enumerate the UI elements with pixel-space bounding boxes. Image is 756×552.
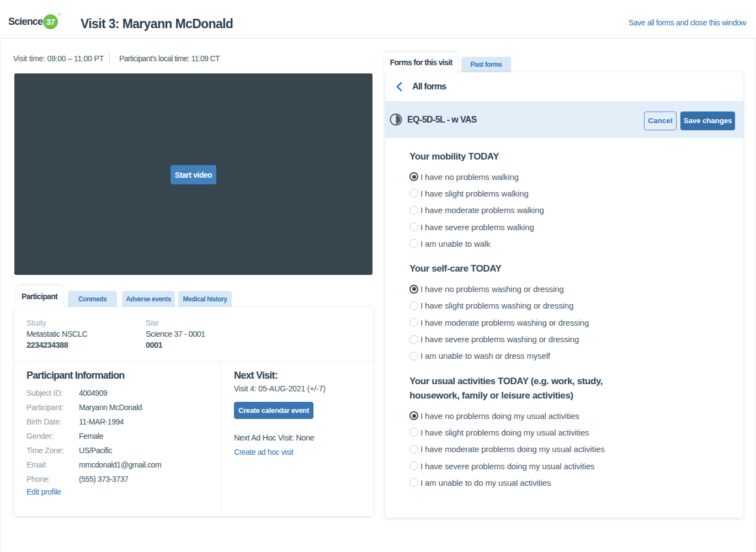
form-title: EQ-5D-5L - w VAS bbox=[407, 115, 477, 125]
radio-option-label: I am unable to walk bbox=[420, 239, 490, 248]
radio-option[interactable]: I have no problems washing or dressing bbox=[409, 280, 719, 297]
radio-option[interactable]: I have slight problems washing or dressi… bbox=[409, 298, 719, 314]
visit-time-divider bbox=[109, 54, 110, 63]
participant-tab[interactable]: Conmeds bbox=[68, 291, 117, 307]
next-ad-hoc-visit-text: Next Ad Hoc Visit: None bbox=[234, 433, 314, 443]
study-name: Metastatic NSCLC bbox=[26, 328, 87, 339]
forms-tab[interactable]: Forms for this visit bbox=[384, 52, 458, 72]
question-group: Your usual activities TODAY (e.g. work, … bbox=[409, 374, 719, 491]
radio-option[interactable]: I have severe problems doing my usual ac… bbox=[409, 458, 719, 474]
form-body: Your mobility TODAY I have no problems w… bbox=[385, 138, 743, 491]
forms-panel: All forms EQ-5D-5L - w VAS Cancel Save c… bbox=[385, 72, 743, 518]
radio-icon[interactable] bbox=[409, 172, 418, 181]
site-label: Site bbox=[146, 317, 205, 328]
next-visit-heading: Next Visit: bbox=[234, 369, 278, 382]
info-row-label: Birth Date: bbox=[26, 415, 79, 429]
info-row-label: Participant: bbox=[26, 400, 79, 415]
radio-icon[interactable] bbox=[409, 445, 418, 454]
forms-tab[interactable]: Past forms bbox=[461, 57, 511, 72]
page-title: Visit 3: Maryann McDonald bbox=[81, 16, 233, 31]
question-group: Your self-care TODAY I have no problems … bbox=[409, 262, 719, 364]
form-header: EQ-5D-5L - w VAS Cancel Save changes bbox=[385, 101, 743, 138]
info-row-label: Time Zone: bbox=[26, 443, 79, 458]
info-row-label: Subject ID: bbox=[26, 386, 79, 400]
participant-tab[interactable]: Medical history bbox=[178, 291, 232, 307]
radio-option-label: I have slight problems washing or dressi… bbox=[420, 301, 573, 310]
radio-icon[interactable] bbox=[409, 285, 418, 294]
radio-icon[interactable] bbox=[409, 239, 418, 248]
tab-label: Participant bbox=[22, 292, 57, 301]
logo-text: Science bbox=[8, 16, 42, 28]
cancel-button[interactable]: Cancel bbox=[644, 112, 677, 130]
radio-option[interactable]: I have no problems doing my usual activi… bbox=[409, 407, 719, 424]
radio-option[interactable]: I have severe problems washing or dressi… bbox=[409, 331, 719, 347]
tab-label: Conmeds bbox=[78, 295, 107, 303]
participant-tab[interactable]: Adverse events bbox=[122, 291, 175, 307]
radio-option[interactable]: I have moderate problems washing or dres… bbox=[409, 314, 719, 331]
all-forms-label[interactable]: All forms bbox=[412, 82, 446, 92]
radio-option-label: I have severe problems washing or dressi… bbox=[420, 335, 579, 344]
card-horizontal-divider bbox=[14, 361, 373, 362]
site-id: 0001 bbox=[146, 339, 205, 351]
radio-icon[interactable] bbox=[409, 352, 418, 360]
participant-tab[interactable]: Participant bbox=[16, 286, 63, 307]
radio-option[interactable]: I have moderate problems walking bbox=[409, 202, 719, 219]
info-row-value: 4004909 bbox=[79, 386, 161, 400]
save-all-forms-link[interactable]: Save all forms and close this window bbox=[629, 18, 746, 27]
info-row-label: Phone: bbox=[26, 472, 79, 486]
radio-option-label: I have slight problems doing my usual ac… bbox=[420, 428, 589, 437]
logo-37-circle: 37 bbox=[43, 14, 58, 29]
radio-icon[interactable] bbox=[409, 428, 418, 437]
create-ad-hoc-visit-link[interactable]: Create ad hoc visit bbox=[234, 447, 293, 457]
radio-option[interactable]: I am unable to walk bbox=[409, 235, 719, 252]
radio-option-label: I have moderate problems washing or dres… bbox=[420, 318, 589, 327]
radio-option[interactable]: I have slight problems walking bbox=[409, 185, 719, 201]
radio-option[interactable]: I have no problems walking bbox=[409, 168, 719, 185]
radio-icon[interactable] bbox=[409, 461, 418, 470]
radio-option[interactable]: I have severe problems walking bbox=[409, 219, 719, 235]
radio-option-label: I have severe problems walking bbox=[420, 222, 534, 232]
question-heading: Your usual activities TODAY (e.g. work, … bbox=[409, 374, 719, 403]
radio-option-label: I have no problems walking bbox=[420, 172, 519, 182]
radio-icon[interactable] bbox=[409, 206, 418, 215]
visit-time-bar: Visit time: 09:00 – 11:00 PT Participant… bbox=[13, 54, 220, 63]
top-header: Science 37 ® Visit 3: Maryann McDonald S… bbox=[0, 0, 756, 39]
radio-icon[interactable] bbox=[409, 222, 418, 231]
visit-time-text: Visit time: 09:00 – 11:00 PT bbox=[13, 54, 104, 63]
radio-option[interactable]: I have moderate problems doing my usual … bbox=[409, 441, 719, 458]
participant-info-rows: Subject ID: 4004909 Participant: Maryann… bbox=[26, 386, 161, 486]
tab-label: Medical history bbox=[183, 295, 227, 303]
radio-icon[interactable] bbox=[409, 318, 418, 327]
video-call-area: Start video bbox=[14, 73, 372, 275]
radio-option[interactable]: I am unable to do my usual activities bbox=[409, 474, 719, 491]
create-calendar-event-button[interactable]: Create calendar event bbox=[234, 402, 313, 419]
question-options: I have no problems doing my usual activi… bbox=[409, 407, 719, 491]
radio-icon[interactable] bbox=[409, 301, 418, 310]
info-row-value: Female bbox=[79, 429, 161, 443]
save-changes-button[interactable]: Save changes bbox=[680, 112, 735, 130]
science37-logo: Science 37 ® bbox=[8, 14, 61, 29]
radio-option-label: I have severe problems doing my usual ac… bbox=[420, 461, 594, 471]
info-row-value: mmcdonald1@gmail.com bbox=[79, 458, 161, 472]
info-row-value: US/Pacific bbox=[79, 443, 161, 458]
radio-icon[interactable] bbox=[409, 335, 418, 344]
all-forms-bar: All forms bbox=[385, 72, 743, 101]
tab-label: Forms for this visit bbox=[390, 58, 452, 67]
study-label: Study bbox=[26, 317, 87, 328]
edit-profile-link[interactable]: Edit profile bbox=[26, 486, 61, 497]
radio-option[interactable]: I am unable to wash or dress myself bbox=[409, 348, 719, 364]
start-video-button[interactable]: Start video bbox=[171, 165, 216, 184]
question-group: Your mobility TODAY I have no problems w… bbox=[409, 150, 719, 252]
radio-icon[interactable] bbox=[409, 411, 418, 420]
question-heading: Your mobility TODAY bbox=[409, 150, 719, 164]
radio-icon[interactable] bbox=[409, 478, 418, 487]
info-row-value: (555) 373-3737 bbox=[79, 472, 161, 486]
radio-option[interactable]: I have slight problems doing my usual ac… bbox=[409, 424, 719, 440]
next-visit-date: Visit 4: 05-AUG-2021 (+/-7) bbox=[234, 384, 326, 394]
back-chevron-icon[interactable] bbox=[396, 82, 402, 92]
participant-information-heading: Participant Information bbox=[26, 369, 124, 382]
info-row-value: 11-MAR-1994 bbox=[79, 415, 161, 429]
radio-icon[interactable] bbox=[409, 189, 418, 198]
radio-option-label: I have moderate problems walking bbox=[420, 205, 544, 215]
registered-trademark-icon: ® bbox=[58, 12, 61, 17]
